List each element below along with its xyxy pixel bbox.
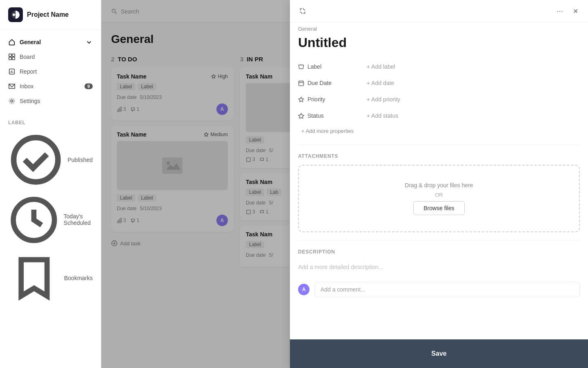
property-duedate-field: Due Date — [298, 80, 363, 86]
comment-section: A Add a comment... — [290, 282, 588, 305]
add-date-text: + Add date — [367, 80, 394, 86]
more-options-button[interactable]: ⋯ — [554, 5, 566, 17]
add-label-text: + Add label — [367, 63, 395, 70]
drop-text: Drag & drop your files here — [307, 182, 571, 188]
sidebar-item-report[interactable]: Report — [0, 64, 101, 79]
add-label-button[interactable]: + Add label — [363, 62, 399, 72]
property-priority-field: Priority — [298, 96, 363, 103]
app-logo — [8, 7, 23, 22]
sidebar-item-board[interactable]: Board — [0, 49, 101, 64]
add-priority-button[interactable]: + Add priority — [363, 94, 403, 104]
nav-label-report: Report — [20, 68, 37, 75]
attachments-section: ATTACHMENTS Drag & drop your files here … — [290, 145, 588, 240]
add-status-button[interactable]: + Add status — [363, 111, 401, 121]
svg-point-1 — [13, 13, 15, 16]
label-bookmarks: Bookmarks — [64, 275, 93, 281]
sidebar-header: Project Name — [0, 0, 101, 30]
add-more-props-text: + Add more properties — [301, 128, 354, 134]
description-title: DESCRIPTION — [298, 249, 580, 255]
add-status-text: + Add status — [367, 112, 398, 119]
expand-button[interactable] — [296, 5, 309, 17]
description-section: DESCRIPTION Add a more detailed descript… — [290, 241, 588, 282]
description-input[interactable]: Add a more detailed description... — [298, 260, 580, 274]
more-icon: ⋯ — [557, 7, 563, 15]
property-status-text: Status — [307, 112, 324, 119]
panel-breadcrumb: General — [290, 22, 588, 32]
label-published: Published — [68, 157, 93, 163]
panel-title[interactable]: Untitled — [290, 32, 588, 58]
panel-toolbar: ⋯ ✕ — [290, 0, 588, 22]
label-section-header: Label — [0, 113, 101, 129]
close-button[interactable]: ✕ — [569, 5, 581, 17]
inbox-badge: 9 — [85, 83, 93, 89]
property-duedate-row: Due Date + Add date — [298, 75, 580, 91]
sidebar: Project Name General Board Report — [0, 0, 101, 368]
save-button[interactable]: Save — [298, 344, 580, 363]
svg-rect-15 — [299, 81, 304, 85]
sidebar-item-published[interactable]: Published — [0, 129, 101, 191]
svg-rect-4 — [9, 57, 11, 60]
svg-rect-3 — [12, 54, 15, 56]
detail-panel: ⋯ ✕ General Untitled Label + Ad — [290, 0, 588, 368]
property-status-row: Status + Add status — [298, 108, 580, 124]
main-content: Search General 2 TO DO Task Name Hig — [101, 0, 588, 368]
sidebar-item-settings[interactable]: Settings — [0, 94, 101, 108]
property-duedate-text: Due Date — [307, 80, 332, 86]
panel-toolbar-right: ⋯ ✕ — [554, 5, 581, 17]
sidebar-item-today[interactable]: Today's Scheduled — [0, 191, 101, 249]
nav-label-settings: Settings — [20, 98, 40, 104]
svg-rect-2 — [9, 54, 11, 56]
properties-section: Label + Add label Due Date + Add date — [290, 58, 588, 145]
comment-avatar: A — [298, 284, 310, 295]
attachments-title: ATTACHMENTS — [298, 153, 580, 159]
add-date-button[interactable]: + Add date — [363, 78, 397, 88]
svg-point-8 — [14, 138, 58, 182]
browse-files-button[interactable]: Browse files — [413, 201, 464, 215]
file-drop-zone[interactable]: Drag & drop your files here OR Browse fi… — [298, 165, 580, 232]
or-text: OR — [307, 192, 571, 198]
sidebar-item-bookmarks[interactable]: Bookmarks — [0, 249, 101, 307]
comment-input[interactable]: Add a comment... — [314, 282, 580, 297]
svg-rect-5 — [12, 57, 15, 60]
project-name: Project Name — [27, 11, 69, 18]
svg-point-7 — [11, 100, 13, 102]
panel-toolbar-left — [296, 5, 309, 17]
nav-label-general: General — [20, 39, 41, 45]
property-priority-row: Priority + Add priority — [298, 91, 580, 108]
property-label-text: Label — [307, 63, 321, 70]
nav-label-inbox: Inbox — [20, 83, 33, 90]
add-priority-text: + Add priority — [367, 96, 400, 103]
label-today: Today's Scheduled — [64, 213, 93, 226]
close-icon: ✕ — [573, 7, 578, 15]
sidebar-item-general[interactable]: General — [0, 35, 101, 49]
property-label-field: Label — [298, 63, 363, 70]
property-priority-text: Priority — [307, 96, 325, 103]
property-label-row: Label + Add label — [298, 58, 580, 75]
sidebar-item-inbox[interactable]: Inbox 9 — [0, 79, 101, 94]
panel-footer: Save — [290, 339, 588, 368]
add-more-properties-button[interactable]: + Add more properties — [298, 126, 580, 137]
nav-label-board: Board — [20, 54, 35, 60]
property-status-field: Status — [298, 112, 363, 119]
sidebar-nav: General Board Report Inbox 9 — [0, 30, 101, 113]
